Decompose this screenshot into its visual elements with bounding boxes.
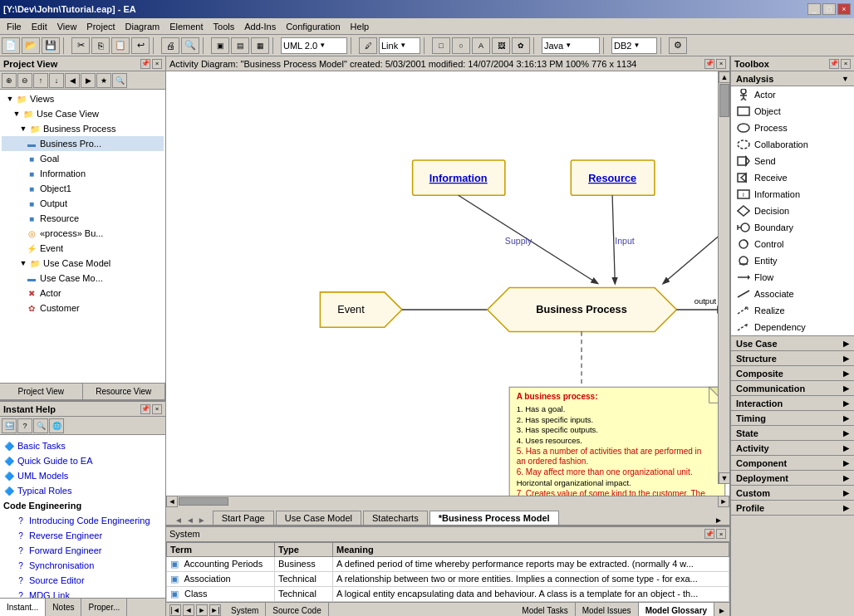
ih-close[interactable]: × xyxy=(152,404,162,414)
scroll-up-btn[interactable]: ▲ xyxy=(719,71,730,83)
tree-item-output[interactable]: ■ Output xyxy=(2,196,164,211)
tab-notes[interactable]: Notes xyxy=(46,599,81,616)
component-header[interactable]: Component ▶ xyxy=(731,456,854,471)
hscroll-thumb[interactable] xyxy=(179,497,228,506)
tb-paste[interactable]: 📋 xyxy=(111,37,130,54)
table-row[interactable]: ▣ Accounting Periods Business A defined … xyxy=(167,556,729,571)
glos-nav-first[interactable]: |◄ xyxy=(169,604,181,616)
tb-find[interactable]: 🔍 xyxy=(181,37,199,54)
db2-dropdown[interactable]: DB2 ▼ xyxy=(611,37,657,54)
close-button[interactable]: × xyxy=(837,3,851,15)
g-tab-model-glossary[interactable]: Model Glossary xyxy=(639,603,714,617)
hscroll-track[interactable] xyxy=(178,496,718,506)
help-reverse-eng[interactable]: ? Reverse Engineer xyxy=(3,528,162,543)
help-code-engineering[interactable]: Code Engineering xyxy=(3,498,162,513)
tb-item-dependency[interactable]: Dependency xyxy=(731,319,854,335)
tb-b1[interactable]: ▣ xyxy=(211,37,229,54)
tb-c2[interactable]: ○ xyxy=(452,37,470,54)
tb-b2[interactable]: ▤ xyxy=(231,37,249,54)
tab-instant[interactable]: Instant... xyxy=(0,599,46,616)
tb-item-information[interactable]: i Information xyxy=(731,186,854,203)
uml-dropdown[interactable]: UML 2.0 ▼ xyxy=(281,37,347,54)
expand-icon[interactable]: ▼ xyxy=(5,94,15,104)
tab-statecharts[interactable]: Statecharts xyxy=(363,511,428,525)
tb-c4[interactable]: 🖼 xyxy=(492,37,510,54)
pv-tb7[interactable]: ★ xyxy=(96,73,111,88)
menu-configuration[interactable]: Configuration xyxy=(281,21,345,32)
tree-item-bpd[interactable]: ▬ Business Pro... xyxy=(2,136,164,151)
tb-copy[interactable]: ⎘ xyxy=(91,37,110,54)
tb-item-decision[interactable]: Decision xyxy=(731,203,854,219)
tab-scroll-btn[interactable]: ► xyxy=(561,516,726,525)
menu-element[interactable]: Element xyxy=(164,21,208,32)
tab-use-case-model[interactable]: Use Case Model xyxy=(276,511,361,525)
tree-item-customer[interactable]: ✿ Customer xyxy=(2,301,164,315)
diagram-hscroll[interactable]: ◄ ► xyxy=(166,496,729,507)
pv-tb1[interactable]: ⊕ xyxy=(2,73,17,88)
menu-tools[interactable]: Tools xyxy=(209,21,240,32)
tb-item-collaboration[interactable]: Collaboration xyxy=(731,136,854,153)
tree-item-resource[interactable]: ■ Resource xyxy=(2,211,164,226)
tree-item-obj1[interactable]: ■ Object1 xyxy=(2,181,164,196)
ih-pin[interactable]: 📌 xyxy=(140,404,150,414)
tb-c5[interactable]: ✿ xyxy=(512,37,530,54)
menu-addins[interactable]: Add-Ins xyxy=(239,21,281,32)
diag-nav-left[interactable]: ◄ xyxy=(184,516,196,525)
tree-item-info[interactable]: ■ Information xyxy=(2,166,164,181)
expand-icon[interactable]: ▼ xyxy=(18,258,28,268)
tb-new[interactable]: 📄 xyxy=(2,37,20,54)
g-tab-model-tasks[interactable]: Model Tasks xyxy=(515,603,575,617)
tb-item-send[interactable]: Send xyxy=(731,153,854,169)
timing-header[interactable]: Timing ▶ xyxy=(731,411,854,426)
scroll-down-btn[interactable]: ▼ xyxy=(719,472,730,484)
ih-tb2[interactable]: ? xyxy=(17,418,32,433)
tb-item-flow[interactable]: Flow xyxy=(731,269,854,286)
tree-item-ucmodel[interactable]: ▼ 📁 Use Case Model xyxy=(2,256,164,271)
tb-c1[interactable]: □ xyxy=(432,37,450,54)
tree-item-process[interactable]: ◎ «process» Bu... xyxy=(2,226,164,241)
toolbox-close[interactable]: × xyxy=(841,59,851,69)
tb-item-object[interactable]: Object xyxy=(731,103,854,120)
ih-tb1[interactable]: 🔙 xyxy=(2,418,17,433)
state-header[interactable]: State ▶ xyxy=(731,426,854,441)
scroll-right-btn[interactable]: ► xyxy=(718,496,729,507)
help-intro-ce[interactable]: ? Introducing Code Engineering xyxy=(3,513,162,528)
scroll-left-btn[interactable]: ◄ xyxy=(166,496,178,507)
tb-item-actor[interactable]: Actor xyxy=(731,86,854,103)
tb-gear[interactable]: ⚙ xyxy=(669,37,687,54)
g-tab-source-code[interactable]: Source Code xyxy=(266,603,328,617)
tb-item-boundary[interactable]: Boundary xyxy=(731,219,854,236)
menu-project[interactable]: Project xyxy=(81,21,120,32)
help-forward-eng[interactable]: ? Forward Engineer xyxy=(3,543,162,558)
diag-nav-right[interactable]: ► xyxy=(196,516,208,525)
use-case-header[interactable]: Use Case ▶ xyxy=(731,336,854,351)
tree-item-goal[interactable]: ■ Goal xyxy=(2,151,164,166)
ih-tb4[interactable]: 🌐 xyxy=(49,418,64,433)
tab-bp-model[interactable]: *Business Process Model xyxy=(429,511,559,525)
pv-tb4[interactable]: ↓ xyxy=(49,73,64,88)
glos-nav-next[interactable]: ► xyxy=(196,604,208,616)
tree-item-event[interactable]: ⚡ Event xyxy=(2,241,164,256)
toolbox-pin[interactable]: 📌 xyxy=(829,59,839,69)
expand-icon[interactable]: ▼ xyxy=(12,109,22,119)
deployment-header[interactable]: Deployment ▶ xyxy=(731,471,854,486)
scroll-track[interactable] xyxy=(719,83,729,472)
tb-c3[interactable]: A xyxy=(472,37,490,54)
menu-file[interactable]: File xyxy=(2,21,27,32)
composite-header[interactable]: Composite ▶ xyxy=(731,366,854,381)
glos-close[interactable]: × xyxy=(716,529,726,539)
tb-cut[interactable]: ✂ xyxy=(71,37,90,54)
tree-item-actor[interactable]: ✖ Actor xyxy=(2,286,164,301)
glos-nav-prev[interactable]: ◄ xyxy=(183,604,194,616)
table-row[interactable]: ▣ Association Technical A relationship b… xyxy=(167,571,729,586)
g-tab-system[interactable]: System xyxy=(224,603,266,617)
help-mdg-link[interactable]: ? MDG Link xyxy=(3,588,162,598)
tb-item-entity[interactable]: Entity xyxy=(731,252,854,269)
tb-item-control[interactable]: Control xyxy=(731,236,854,252)
tb-b3[interactable]: ▦ xyxy=(251,37,269,54)
tb-item-receive[interactable]: Receive xyxy=(731,169,854,186)
structure-header[interactable]: Structure ▶ xyxy=(731,351,854,366)
menu-help[interactable]: Help xyxy=(346,21,375,32)
diag-nav-prev[interactable]: ◄ xyxy=(173,516,184,525)
glos-scroll-btn[interactable]: ► xyxy=(714,606,729,615)
